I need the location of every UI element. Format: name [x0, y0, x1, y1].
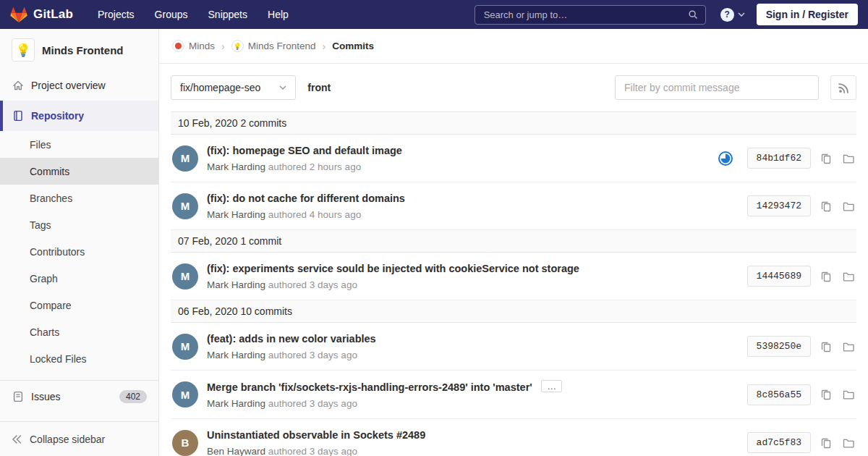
help-icon: ? — [720, 8, 734, 22]
sidebar-subitem-compare[interactable]: Compare — [0, 292, 158, 318]
commit-date-header: 06 Feb, 2020 10 commits — [171, 300, 856, 323]
commit-sha-link[interactable]: 84b1df62 — [747, 148, 811, 169]
gitlab-home-link[interactable]: GitLab — [10, 7, 73, 23]
commit-sha-link[interactable]: 14445689 — [747, 266, 811, 287]
commit-author-avatar[interactable]: M — [172, 193, 198, 219]
repo-context-label: front — [307, 82, 331, 93]
commit-author-avatar[interactable]: M — [172, 334, 198, 360]
nav-item-projects[interactable]: Projects — [98, 9, 135, 20]
copy-sha-button[interactable] — [819, 387, 833, 402]
branch-selector-dropdown[interactable]: fix/homepage-seo — [171, 75, 296, 100]
project-home-link[interactable]: 💡 Minds Frontend — [0, 29, 158, 70]
commit-author-avatar[interactable]: M — [172, 145, 198, 172]
commit-author-link[interactable]: Ben Hayward — [207, 446, 265, 456]
collapse-sidebar-label: Collapse sidebar — [30, 434, 105, 445]
commit-title-link[interactable]: (fix): do not cache for different domain… — [207, 193, 405, 204]
minds-frontend-avatar: 💡 — [231, 40, 244, 52]
nav-item-groups[interactable]: Groups — [155, 9, 188, 20]
help-dropdown[interactable]: ? — [720, 8, 745, 22]
commit-author-link[interactable]: Mark Harding — [207, 350, 265, 360]
commit-title-link[interactable]: (fix): homepage SEO and default image — [207, 145, 402, 156]
commit-meta-line: Mark Harding authored 2 hours ago — [207, 161, 710, 172]
copy-sha-button[interactable] — [819, 269, 833, 284]
branch-name: fix/homepage-seo — [180, 82, 260, 93]
commit-author-avatar[interactable]: M — [172, 263, 198, 290]
global-search-input[interactable] — [482, 9, 688, 21]
collapse-sidebar-button[interactable]: Collapse sidebar — [0, 421, 158, 456]
clipboard-icon — [820, 271, 832, 282]
browse-files-button[interactable] — [841, 269, 856, 284]
copy-sha-button[interactable] — [819, 339, 833, 354]
commits-feed-button[interactable] — [830, 75, 856, 100]
commit-date-header: 10 Feb, 2020 2 commits — [171, 111, 856, 135]
sidebar-item-project-overview[interactable]: Project overview — [0, 70, 158, 101]
project-name: Minds Frontend — [42, 44, 124, 56]
ci-status-running-icon[interactable] — [718, 151, 733, 166]
sidebar-subitem-commits[interactable]: Commits — [0, 158, 158, 185]
breadcrumb-separator: › — [221, 41, 225, 52]
browse-files-button[interactable] — [841, 387, 856, 402]
project-sidebar: 💡 Minds Frontend Project overview Reposi… — [0, 29, 159, 456]
folder-icon — [843, 200, 855, 212]
commit-sha-link[interactable]: ad7c5f83 — [747, 432, 811, 453]
nav-item-snippets[interactable]: Snippets — [208, 9, 247, 20]
copy-sha-button[interactable] — [819, 151, 833, 166]
clipboard-icon — [820, 341, 832, 352]
sidebar-subitem-contributors[interactable]: Contributors — [0, 238, 158, 265]
commit-sha-link[interactable]: 5398250e — [747, 336, 811, 357]
sign-in-register-button[interactable]: Sign in / Register — [757, 4, 858, 25]
commit-row: M (fix): experiments service sould be in… — [171, 253, 856, 300]
commit-title-link[interactable]: (fix): experiments service sould be inje… — [207, 263, 579, 274]
sidebar-subitem-locked-files[interactable]: Locked Files — [0, 345, 158, 372]
breadcrumb-separator: › — [322, 41, 326, 52]
commit-author-avatar[interactable]: B — [172, 430, 198, 456]
commit-author-avatar[interactable]: M — [172, 381, 198, 408]
expand-commit-message-button[interactable]: … — [541, 380, 562, 392]
sidebar-item-label: Project overview — [31, 80, 106, 91]
commit-row: M (feat): adds in new color variables Ma… — [171, 323, 856, 371]
commits-toolbar: fix/homepage-seo front — [159, 64, 868, 111]
commit-title-link[interactable]: Uninstantiated observable in Sockets #24… — [207, 429, 425, 441]
folder-icon — [843, 341, 855, 352]
commit-sha-link[interactable]: 8c856a55 — [747, 384, 811, 405]
sidebar-item-label: Repository — [31, 110, 84, 122]
filter-commit-message-input[interactable] — [615, 75, 819, 100]
top-navbar: GitLab ProjectsGroupsSnippetsHelp ? Sign… — [0, 0, 868, 29]
clipboard-icon — [820, 153, 832, 164]
commit-title-link[interactable]: Merge branch 'fix/sockets-rxjs-handling-… — [207, 381, 532, 393]
copy-sha-button[interactable] — [819, 199, 833, 214]
breadcrumb-label: Minds — [189, 41, 215, 51]
breadcrumb-link-minds-frontend[interactable]: 💡 Minds Frontend — [231, 40, 316, 52]
nav-item-help[interactable]: Help — [268, 9, 289, 20]
browse-files-button[interactable] — [841, 151, 856, 166]
commit-author-link[interactable]: Mark Harding — [207, 279, 265, 290]
browse-files-button[interactable] — [841, 339, 856, 354]
commit-author-link[interactable]: Mark Harding — [207, 398, 265, 409]
sidebar-subitem-charts[interactable]: Charts — [0, 318, 158, 345]
clipboard-icon — [820, 389, 832, 400]
sidebar-item-repository[interactable]: Repository — [0, 101, 158, 131]
commit-sha-link[interactable]: 14293472 — [747, 195, 811, 216]
copy-sha-button[interactable] — [819, 436, 833, 450]
sidebar-item-issues[interactable]: Issues 402 — [0, 381, 158, 413]
browse-files-button[interactable] — [841, 436, 856, 450]
browse-files-button[interactable] — [841, 199, 856, 214]
commit-info: (feat): adds in new color variables Mark… — [207, 332, 740, 360]
breadcrumb-current-page: Commits — [332, 41, 374, 51]
folder-icon — [843, 437, 855, 449]
issues-count-badge: 402 — [119, 390, 147, 403]
global-search-box — [475, 5, 706, 25]
commit-title-link[interactable]: (feat): adds in new color variables — [207, 333, 376, 345]
main-content: Minds › 💡 Minds Frontend › Commits fix/h… — [159, 29, 868, 456]
folder-icon — [843, 271, 855, 282]
commit-info: (fix): do not cache for different domain… — [207, 192, 740, 220]
commit-meta-line: Mark Harding authored 3 days ago — [207, 398, 740, 409]
commit-meta-line: Mark Harding authored 4 hours ago — [207, 209, 740, 220]
breadcrumb-link-minds[interactable]: Minds — [172, 40, 215, 52]
sidebar-subitem-graph[interactable]: Graph — [0, 265, 158, 292]
sidebar-subitem-files[interactable]: Files — [0, 131, 158, 158]
commit-author-link[interactable]: Mark Harding — [207, 161, 265, 172]
sidebar-subitem-tags[interactable]: Tags — [0, 211, 158, 238]
commit-author-link[interactable]: Mark Harding — [207, 209, 265, 220]
sidebar-subitem-branches[interactable]: Branches — [0, 185, 158, 211]
